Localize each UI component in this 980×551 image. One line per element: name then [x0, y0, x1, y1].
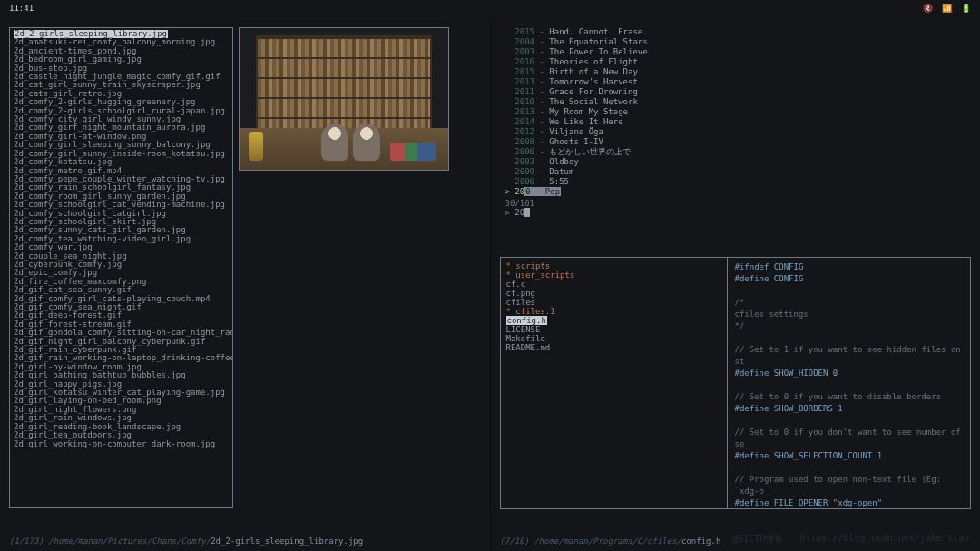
- tree-item[interactable]: config.h: [506, 316, 721, 325]
- result-line[interactable]: 2003 - Oldboy: [505, 157, 972, 167]
- tree-item[interactable]: * user_scripts: [506, 271, 721, 280]
- code-line: [735, 285, 964, 297]
- result-line[interactable]: 2013 - My Room My Stage: [505, 107, 972, 117]
- file-path: /home/manan/Programs/C/cfiles/: [534, 536, 681, 546]
- code-line: // Program used to open non-text file (E…: [735, 474, 964, 497]
- cursor-icon: [524, 208, 530, 217]
- code-line: cfiles settings: [735, 309, 964, 320]
- file-preview: #ifndef CONFIG#define CONFIG /* cfiles s…: [728, 258, 971, 508]
- cfiles-panel: * scripts* user_scriptscf.ccf.pngcfiles*…: [500, 257, 972, 509]
- watermark-b: https://blog.csdn.net/jake_tian: [799, 533, 969, 546]
- watermarks: @51CTO博客 https://blog.csdn.net/jake_tian: [732, 533, 969, 546]
- result-line[interactable]: 2010 - The Social Network: [505, 97, 972, 107]
- tree-item[interactable]: cf.png: [506, 289, 721, 298]
- watermark-a: @51CTO博客: [732, 533, 783, 546]
- code-line: // Set to 1 if you want to see hidden fi…: [735, 344, 964, 368]
- tree-item[interactable]: LICENSE: [506, 325, 721, 334]
- result-line[interactable]: 2016 - Theories of Flight: [505, 57, 972, 67]
- code-line: /*: [735, 297, 964, 309]
- code-line: [735, 332, 964, 344]
- result-line[interactable]: 2009 - Datum: [505, 167, 972, 177]
- result-line[interactable]: 2015 - Birth of a New Day: [505, 67, 972, 77]
- code-line: [735, 462, 964, 474]
- code-line: */: [735, 320, 964, 332]
- wifi-icon[interactable]: 📶: [942, 4, 952, 13]
- current-file: 2d_2-girls_sleeping_library.jpg: [211, 536, 363, 546]
- result-line[interactable]: 2013 - Tomorrow's Harvest: [505, 77, 972, 87]
- search-prompt[interactable]: > 20: [505, 208, 972, 217]
- result-line[interactable]: 2006 - 5:55: [505, 177, 972, 187]
- right-pane: 2015 - Hand. Cannot. Erase. 2004 - The E…: [490, 18, 981, 551]
- battery-icon[interactable]: 🔋: [961, 4, 971, 13]
- code-line: #define SHOW_SELECTION_COUNT 1: [735, 450, 964, 462]
- tree-item[interactable]: * cfiles.1: [506, 307, 721, 316]
- code-line: [735, 415, 964, 427]
- image-preview: [239, 27, 449, 171]
- result-line[interactable]: 2008 - Ghosts I-IV: [505, 137, 972, 147]
- left-pane: 2d_2-girls_sleeping_library.jpg2d_amatsu…: [0, 18, 490, 551]
- file-list[interactable]: 2d_2-girls_sleeping_library.jpg2d_amatsu…: [9, 27, 233, 508]
- file-count: (1/173): [9, 536, 44, 546]
- match-counter: 30/101: [505, 199, 972, 208]
- file-count: (7/10): [500, 536, 530, 546]
- tree-item[interactable]: * scripts: [506, 261, 721, 271]
- right-statusline: (7/10) /home/manan/Programs/C/cfiles/con…: [500, 536, 721, 546]
- result-line[interactable]: 2003 - The Power To Believe: [505, 47, 972, 57]
- result-line[interactable]: 2011 - Grace For Drowning: [505, 87, 972, 97]
- code-line: #ifndef CONFIG: [735, 261, 964, 273]
- result-line[interactable]: 2015 - Hand. Cannot. Erase.: [505, 27, 972, 37]
- code-line: #define SHOW_BORDERS 1: [735, 403, 964, 415]
- code-line: // Set to 0 if you want to disable borde…: [735, 391, 964, 403]
- current-file: config.h: [681, 536, 720, 546]
- list-item[interactable]: 2d_girl_working-on-computer_dark-room.jp…: [14, 440, 229, 448]
- cfiles-tree[interactable]: * scripts* user_scriptscf.ccf.pngcfiles*…: [501, 258, 728, 508]
- result-line-selected[interactable]: > 200 - Pop: [505, 187, 972, 197]
- tree-item[interactable]: cf.c: [506, 280, 721, 289]
- clock: 11:41: [9, 4, 34, 13]
- left-statusline: (1/173) /home/manan/Pictures/Chans/Comfy…: [9, 536, 363, 546]
- fzf-results[interactable]: 2015 - Hand. Cannot. Erase. 2004 - The E…: [500, 27, 972, 217]
- code-line: #define SHOW_HIDDEN 0: [735, 368, 964, 379]
- mute-icon[interactable]: 🔇: [923, 4, 933, 13]
- result-line[interactable]: 2006 - もどかしい世界の上で: [505, 147, 972, 157]
- file-path: /home/manan/Pictures/Chans/Comfy/: [48, 536, 211, 546]
- code-line: [735, 379, 964, 391]
- code-line: // Set to 0 if you don't want to see num…: [735, 427, 964, 450]
- result-line[interactable]: 2014 - We Like It Here: [505, 117, 972, 127]
- tree-item[interactable]: cfiles: [506, 298, 721, 307]
- tree-item[interactable]: README.md: [506, 343, 721, 352]
- result-line[interactable]: 2004 - The Equatorial Stars: [505, 37, 972, 47]
- code-line: #define FILE_OPENER "xdg-open": [735, 497, 964, 508]
- tree-item[interactable]: Makefile: [506, 334, 721, 343]
- result-line[interactable]: 2012 - Viljans Öga: [505, 127, 972, 137]
- statusbar: 11:41 🔇 📶 🔋: [0, 0, 980, 16]
- code-line: #define CONFIG: [735, 273, 964, 285]
